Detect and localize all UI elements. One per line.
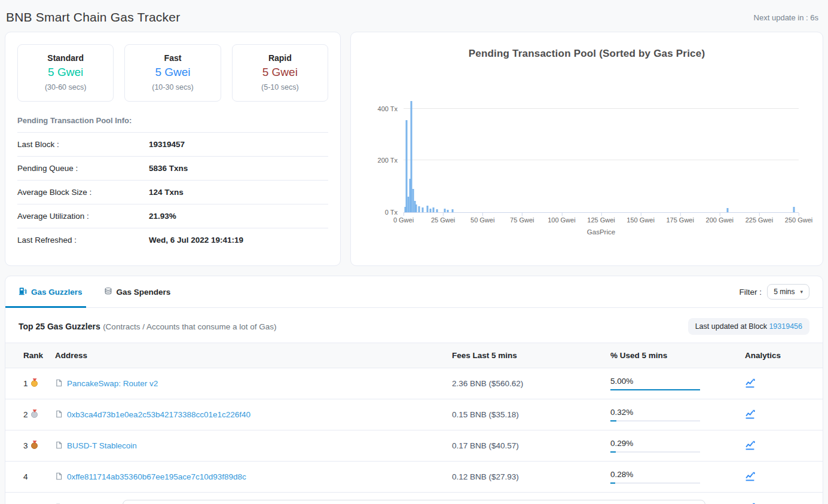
filter-selected-value: 5 mins [774,288,795,296]
topbar: BNB Smart Chain Gas Tracker Next update … [0,0,828,32]
gold-medal-icon [31,380,38,387]
tab-gas-guzzlers[interactable]: Gas Guzzlers [19,276,83,307]
gas-box-standard: Standard 5 Gwei (30-60 secs) [17,44,114,102]
pool-info-value: 19319457 [149,140,185,149]
tabs: Gas Guzzlers Gas Spenders [19,276,170,307]
gas-guzzlers-table: Rank Address Fees Last 5 mins % Used 5 m… [5,343,823,504]
top-row: Standard 5 Gwei (30-60 secs) Fast 5 Gwei… [0,32,828,266]
chart-bar [447,210,449,212]
table-row: 1 PancakeSwap: Router v2 2.36 BNB ($560.… [5,368,823,399]
analytics-chart-icon[interactable] [745,502,755,504]
next-update-countdown: Next update in : 6s [754,13,818,22]
chart-title: Pending Transaction Pool (Sorted by Gas … [365,48,808,60]
tab-gas-spenders[interactable]: Gas Spenders [104,276,171,307]
chart-bar [415,204,417,212]
last-updated-badge: Last updated at Block 19319456 [688,318,809,335]
usage-progress-track [610,482,700,484]
usage-progress-fill [610,482,615,484]
pool-info-value: 21.93% [149,212,176,221]
table-heading-row: Top 25 Gas Guzzlers (Contracts / Account… [5,308,823,343]
page-title: BNB Smart Chain Gas Tracker [6,10,180,25]
document-icon [55,379,63,389]
chart-plot: 0 Tx200 Tx400 Tx [404,93,799,213]
filter-control: Filter : 5 mins ▾ [740,284,809,300]
analytics-chart-icon[interactable] [745,409,755,421]
table-heading-title: Top 25 Gas Guzzlers [19,322,100,331]
chart-bar [433,207,435,212]
x-tick-label: 125 Gwei [587,216,615,224]
x-axis-ticks: 0 Gwei25 Gwei50 Gwei75 Gwei100 Gwei125 G… [404,213,799,224]
chart-bar [444,209,445,212]
column-header-used: % Used 5 mins [604,343,739,368]
gridline [404,108,799,109]
chart-bar [436,209,438,212]
x-tick-label: 200 Gwei [706,216,734,224]
gas-price-boxes: Standard 5 Gwei (30-60 secs) Fast 5 Gwei… [17,44,328,102]
fees-value: 0.12 BNB ($27.93) [446,462,604,493]
x-tick-label: 25 Gwei [431,216,455,224]
usage-progress-fill [610,389,700,390]
address-link[interactable]: BUSD-T Stablecoin [67,441,137,450]
analytics-chart-icon[interactable] [745,471,755,483]
gas-box-price: 5 Gwei [235,66,325,79]
gridline [404,160,799,160]
gas-info-card: Standard 5 Gwei (30-60 secs) Fast 5 Gwei… [5,32,341,266]
usage-progress-track [610,389,700,390]
gas-box-rapid: Rapid 5 Gwei (5-10 secs) [232,44,328,102]
usage-progress-fill [610,420,616,421]
x-tick-label: 150 Gwei [627,216,654,224]
chart-bar [727,208,729,212]
chart-bar [421,207,423,212]
pool-info-heading: Pending Transaction Pool Info: [17,111,328,133]
y-tick-label: 0 Tx [385,209,398,216]
table-row: 2 0xb3ca4d73b1e0ea2c53b42173388cc01e1c22… [5,399,823,430]
gas-box-label: Fast [127,53,218,63]
x-tick-label: 250 Gwei [785,216,812,224]
column-header-address: Address [49,343,446,368]
usage-progress-track [610,420,700,421]
pool-info-row: Last Refreshed : Wed, 6 Jul 2022 19:41:1… [17,228,328,252]
percent-used-value: 0.29% [610,439,733,448]
silver-medal-icon [31,411,38,418]
bronze-medal-icon [31,442,38,449]
percent-used-value: 0.28% [610,470,733,479]
x-tick-label: 100 Gwei [548,216,575,224]
chart-bar [418,206,420,212]
rank-number: 1 [23,379,28,388]
fees-value: 2.36 BNB ($560.62) [446,368,604,399]
table-row: 3 BUSD-T Stablecoin 0.17 BNB ($40.57) 0.… [5,430,823,462]
column-header-fees: Fees Last 5 mins [446,343,604,368]
analytics-chart-icon[interactable] [745,440,755,452]
rank-number: 2 [23,410,28,419]
table-heading: Top 25 Gas Guzzlers (Contracts / Account… [19,321,277,332]
chart-bar [451,209,453,212]
address-link[interactable]: 0xffe811714ab35360b67ee195ace7c10d93f89d… [67,472,246,481]
filter-dropdown[interactable]: 5 mins ▾ [767,284,809,300]
table-heading-subtitle: (Contracts / Accounts that consume a lot… [103,322,276,331]
rank-number: 4 [23,472,28,481]
horizontal-scrollbar-partial[interactable] [123,500,705,504]
table-header-row: Rank Address Fees Last 5 mins % Used 5 m… [5,343,823,368]
gas-pump-icon [19,287,27,297]
pool-info-label: Last Refreshed : [17,236,149,245]
address-link[interactable]: 0xb3ca4d73b1e0ea2c53b42173388cc01e1c226f… [67,410,250,419]
document-icon [55,441,63,451]
usage-progress-track [610,451,700,453]
gas-guzzlers-card: Gas Guzzlers Gas Spenders Filter : 5 min… [5,276,823,504]
chart-area: 0 Tx200 Tx400 Tx 0 Gwei25 Gwei50 Gwei75 … [404,93,799,236]
y-tick-label: 200 Tx [378,157,398,164]
fees-value: 0.17 BNB ($40.57) [446,430,604,462]
gas-box-price: 5 Gwei [127,66,218,79]
pool-info-value: Wed, 6 Jul 2022 19:41:19 [149,236,243,245]
x-tick-label: 50 Gwei [470,216,494,224]
analytics-chart-icon[interactable] [745,378,755,390]
chart-bar [793,207,795,212]
coins-icon [104,287,112,297]
gas-box-time: (5-10 secs) [235,83,325,91]
gas-box-time: (10-30 secs) [127,83,218,91]
last-updated-block-link[interactable]: 19319456 [769,322,802,331]
pool-info-label: Average Utilization : [17,212,149,221]
address-link[interactable]: PancakeSwap: Router v2 [67,379,158,388]
chart-bar [429,209,431,212]
gas-box-time: (30-60 secs) [20,83,111,91]
